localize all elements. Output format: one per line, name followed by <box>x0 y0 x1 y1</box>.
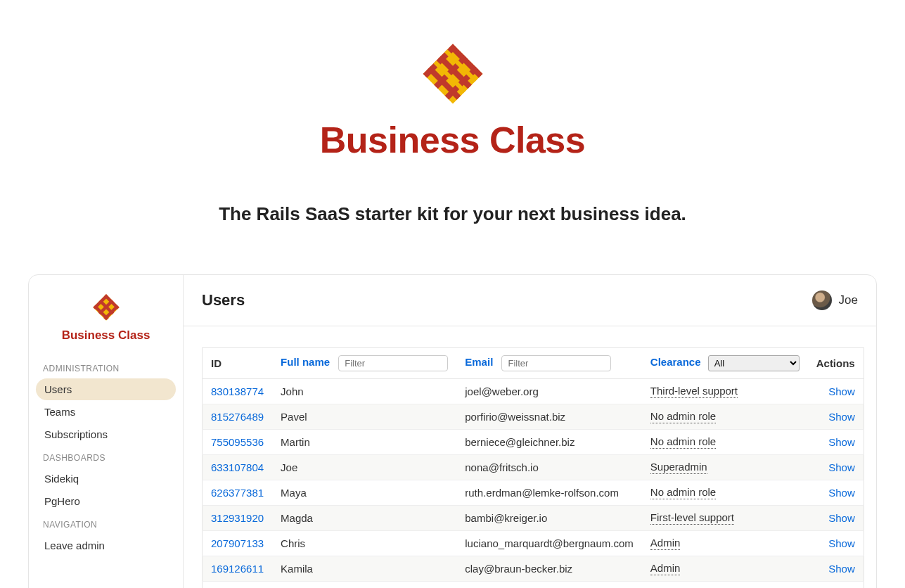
hero-logo-icon <box>418 39 488 112</box>
sidebar-item-teams[interactable]: Teams <box>36 401 176 423</box>
table-row: 815276489Pavelporfirio@weissnat.bizNo ad… <box>203 404 864 430</box>
hero-title: Business Class <box>14 119 891 161</box>
col-clearance[interactable]: Clearance All <box>642 348 808 379</box>
row-id-link[interactable]: 312931920 <box>211 512 264 524</box>
main-header: Users Joe <box>184 275 876 326</box>
row-clearance: Third-level support <box>650 385 738 398</box>
table-row: 633107804Joenona@fritsch.ioSuperadminSho… <box>203 455 864 480</box>
row-id-link[interactable]: 169126611 <box>211 563 264 575</box>
row-email: porfirio@weissnat.biz <box>456 404 642 430</box>
row-name: Magda <box>272 506 456 531</box>
row-name: Kamila <box>272 556 456 582</box>
row-name: Martin <box>272 430 456 455</box>
row-clearance: Admin <box>650 537 681 550</box>
row-email: ruth.erdman@lemke-rolfson.com <box>456 480 642 506</box>
row-show-link[interactable]: Show <box>816 563 855 575</box>
col-email[interactable]: Email <box>456 348 642 379</box>
row-id-link[interactable]: 626377381 <box>211 487 264 499</box>
sidebar-item-leave-admin[interactable]: Leave admin <box>36 535 176 556</box>
table-row: 626377381Mayaruth.erdman@lemke-rolfson.c… <box>203 480 864 506</box>
page-title: Users <box>202 291 245 309</box>
main-content: Users Joe ID Full name Email <box>184 275 876 588</box>
table-row: 755095536Martinberniece@gleichner.bizNo … <box>203 430 864 455</box>
row-show-link[interactable]: Show <box>816 385 855 397</box>
users-table: ID Full name Email Clearance All <box>202 347 864 588</box>
hero: Business Class The Rails SaaS starter ki… <box>0 0 905 246</box>
row-id-link[interactable]: 207907133 <box>211 537 264 549</box>
filter-name-input[interactable] <box>338 355 448 371</box>
sidebar-brand-title: Business Class <box>36 328 176 343</box>
row-email: jonah@rempel-stanton.biz <box>456 582 642 589</box>
row-show-link[interactable]: Show <box>816 436 855 448</box>
col-full-name[interactable]: Full name <box>272 348 456 379</box>
row-clearance: No admin role <box>650 410 716 423</box>
row-email: nona@fritsch.io <box>456 455 642 480</box>
row-email: clay@braun-becker.biz <box>456 556 642 582</box>
row-name: John <box>272 379 456 404</box>
row-id-link[interactable]: 633107804 <box>211 461 264 473</box>
col-actions: Actions <box>808 348 864 379</box>
col-id: ID <box>203 348 273 379</box>
row-id-link[interactable]: 815276489 <box>211 411 264 423</box>
row-show-link[interactable]: Show <box>816 487 855 499</box>
table-row: 207907133Chrisluciano_marquardt@bergnaum… <box>203 531 864 556</box>
sidebar-item-pghero[interactable]: PgHero <box>36 490 176 512</box>
table-row: 169126611Kamilaclay@braun-becker.bizAdmi… <box>203 556 864 582</box>
row-clearance: No admin role <box>650 435 716 449</box>
row-show-link[interactable]: Show <box>816 411 855 423</box>
sidebar-item-users[interactable]: Users <box>36 378 176 400</box>
sidebar-item-subscriptions[interactable]: Subscriptions <box>36 423 176 445</box>
row-email: joel@weber.org <box>456 379 642 404</box>
nav-section-administration: ADMINISTRATION <box>36 357 176 378</box>
row-email: luciano_marquardt@bergnaum.com <box>456 531 642 556</box>
sidebar-brand-icon <box>91 292 122 323</box>
current-user-name: Joe <box>839 293 858 307</box>
table-row: 830138774Johnjoel@weber.orgThird-level s… <box>203 379 864 404</box>
filter-clearance-select[interactable]: All <box>708 355 800 371</box>
current-user-chip[interactable]: Joe <box>812 290 858 310</box>
hero-subtitle: The Rails SaaS starter kit for your next… <box>14 203 891 225</box>
row-email: bambi@kreiger.io <box>456 506 642 531</box>
row-show-link[interactable]: Show <box>816 537 855 549</box>
row-name: Pavel <box>272 404 456 430</box>
avatar <box>812 290 832 310</box>
sidebar-brand[interactable]: Business Class <box>36 292 176 343</box>
row-clearance: Superadmin <box>650 461 707 474</box>
row-email: berniece@gleichner.biz <box>456 430 642 455</box>
sidebar-item-sidekiq[interactable]: Sidekiq <box>36 468 176 490</box>
row-show-link[interactable]: Show <box>816 512 855 524</box>
nav-section-navigation: NAVIGATION <box>36 513 176 534</box>
row-clearance: First-level support <box>650 511 734 525</box>
table-row: 108093344Peterjonah@rempel-stanton.bizNo… <box>203 582 864 589</box>
row-name: Joe <box>272 455 456 480</box>
filter-email-input[interactable] <box>501 355 611 371</box>
row-name: Peter <box>272 582 456 589</box>
row-clearance: No admin role <box>650 486 716 499</box>
row-name: Chris <box>272 531 456 556</box>
row-clearance: Admin <box>650 562 681 575</box>
table-row: 312931920Magdabambi@kreiger.ioFirst-leve… <box>203 506 864 531</box>
row-show-link[interactable]: Show <box>816 461 855 473</box>
row-id-link[interactable]: 755095536 <box>211 436 264 448</box>
row-name: Maya <box>272 480 456 506</box>
sidebar: Business Class ADMINISTRATION Users Team… <box>29 275 184 588</box>
nav-section-dashboards: DASHBOARDS <box>36 446 176 467</box>
admin-panel: Business Class ADMINISTRATION Users Team… <box>28 274 877 588</box>
row-id-link[interactable]: 830138774 <box>211 385 264 397</box>
